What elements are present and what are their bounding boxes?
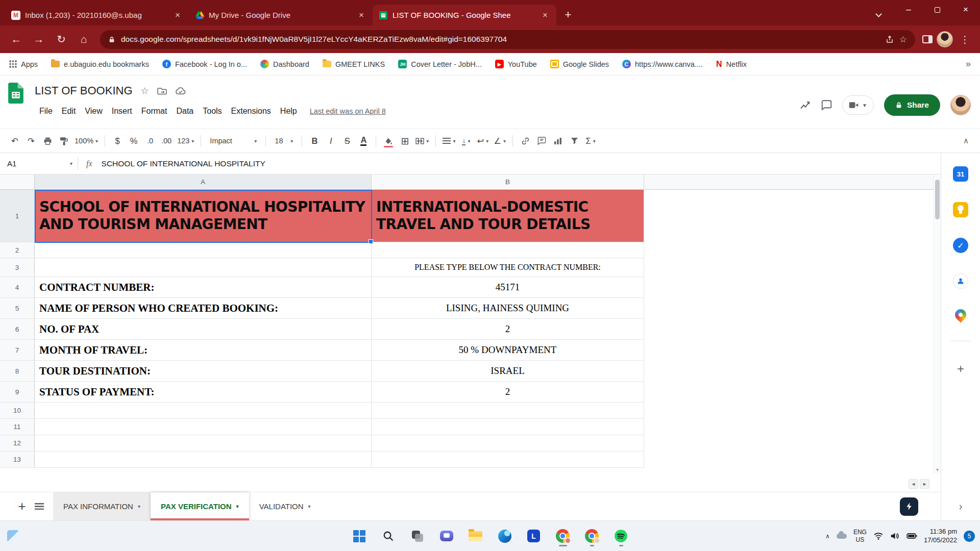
spotify-button[interactable] — [611, 525, 631, 547]
selection-fill-handle[interactable] — [369, 239, 373, 244]
print-button[interactable] — [40, 133, 55, 149]
volume-icon[interactable] — [890, 532, 900, 540]
cell-A4[interactable]: CONTRACT NUMBER: — [35, 277, 372, 298]
cell-B13[interactable] — [372, 452, 644, 468]
decrease-decimal-button[interactable]: .0 — [142, 133, 158, 149]
join-meet-button[interactable]: ▼ — [842, 95, 874, 115]
cell-B10[interactable] — [372, 403, 644, 419]
text-wrap-button[interactable]: ↩▾ — [475, 133, 491, 149]
formula-input[interactable]: SCHOOL OF INTERNATIONAL HOSPITALITY — [102, 159, 265, 168]
cell-A13[interactable] — [35, 452, 372, 468]
cell-B12[interactable] — [372, 435, 644, 452]
font-size-select[interactable]: 18▾ — [271, 133, 297, 149]
reload-button[interactable]: ↻ — [52, 30, 70, 48]
create-filter-button[interactable] — [567, 133, 582, 149]
cell-A12[interactable] — [35, 435, 372, 452]
fill-color-button[interactable] — [381, 133, 396, 149]
row-header-3[interactable]: 3 — [0, 258, 35, 277]
bookmark-youtube[interactable]: ▶YouTube — [495, 60, 537, 68]
row-header-13[interactable]: 13 — [0, 452, 35, 468]
tab-close-icon[interactable]: × — [173, 10, 183, 20]
number-format-button[interactable]: 123▾ — [175, 133, 196, 149]
last-edit-link[interactable]: Last edit was on April 8 — [310, 107, 386, 115]
browser-tab-drive[interactable]: My Drive - Google Drive × — [189, 5, 373, 26]
scroll-down-arrow[interactable]: ▾ — [934, 467, 941, 472]
cell-B3[interactable]: PLEASE TYPE BELOW THE CONTRACT NUMBER: — [372, 258, 644, 277]
row-header-5[interactable]: 5 — [0, 298, 35, 319]
taskbar-clock[interactable]: 11:36 pm 17/05/2022 — [924, 528, 957, 545]
document-activity-icon[interactable] — [800, 101, 811, 110]
back-button[interactable]: ← — [7, 30, 26, 48]
undo-button[interactable]: ↶ — [7, 133, 22, 149]
bold-button[interactable]: B — [307, 133, 322, 149]
cell-B7[interactable]: 50 % DOWNPAYMENT — [372, 340, 644, 361]
row-header-2[interactable]: 2 — [0, 242, 35, 258]
document-title[interactable]: LIST OF BOOKING — [35, 84, 133, 97]
cell-A3[interactable] — [35, 258, 372, 277]
cell-B11[interactable] — [372, 419, 644, 435]
cell-A11[interactable] — [35, 419, 372, 435]
all-sheets-menu-icon[interactable] — [35, 503, 44, 510]
insert-comment-button[interactable] — [534, 133, 549, 149]
home-button[interactable]: ⌂ — [75, 30, 93, 48]
chrome-button-profile-1[interactable] — [553, 525, 573, 547]
calendar-icon[interactable]: 31 — [953, 166, 968, 182]
keep-icon[interactable] — [953, 202, 968, 217]
menu-help[interactable]: Help — [276, 104, 302, 118]
paint-format-button[interactable] — [56, 133, 71, 149]
sheet-tab-pax-information[interactable]: PAX INFORMATION ▾ — [53, 492, 151, 520]
bookmark-netflix[interactable]: NNetflix — [716, 60, 747, 69]
cell-A7[interactable]: MONTH OF TRAVEL: — [35, 340, 372, 361]
zoom-select[interactable]: 100%▾ — [72, 133, 100, 149]
forward-button[interactable]: → — [30, 30, 48, 48]
row-header-6[interactable]: 6 — [0, 319, 35, 340]
row-header-10[interactable]: 10 — [0, 403, 35, 419]
new-tab-button[interactable]: + — [559, 6, 577, 23]
sheets-logo[interactable] — [8, 80, 35, 129]
weather-icon[interactable] — [837, 534, 847, 539]
address-bar[interactable]: docs.google.com/spreadsheets/d/1vk9i1fNj… — [100, 30, 915, 49]
sheet-tab-validation[interactable]: VALIDATION ▾ — [249, 492, 321, 520]
menu-insert[interactable]: Insert — [107, 104, 137, 118]
tasks-icon[interactable]: ✓ — [953, 238, 968, 253]
bookmark-gmeet-links-folder[interactable]: GMEET LINKS — [323, 60, 385, 68]
extension-overlay-button[interactable] — [900, 497, 918, 516]
bookmark-star-icon[interactable]: ☆ — [899, 34, 907, 45]
cell-B4[interactable]: 45171 — [372, 277, 644, 298]
chat-button[interactable] — [436, 525, 457, 547]
sheet-tab-pax-verification-active[interactable]: PAX VERIFICATION ▾ — [151, 492, 249, 520]
cell-B6[interactable]: 2 — [372, 319, 644, 340]
cell-A1[interactable]: SCHOOL OF INTERNATIONAL HOSPITALITY AND … — [35, 190, 372, 242]
bookmark-dashboard[interactable]: Dashboard — [260, 60, 309, 68]
column-header-b[interactable]: B — [372, 174, 644, 190]
bookmark-ubaguio-folder[interactable]: e.ubaguio.edu bookmarks — [51, 60, 149, 68]
chrome-button-profile-2[interactable] — [582, 525, 602, 547]
window-maximize-button[interactable] — [923, 0, 951, 19]
browser-menu-kebab-icon[interactable]: ⋮ — [957, 34, 973, 45]
search-button[interactable] — [378, 525, 399, 547]
share-button[interactable]: Share — [884, 94, 940, 116]
cell-B9[interactable]: 2 — [372, 382, 644, 403]
browser-profile-avatar[interactable] — [937, 31, 953, 47]
cell-A10[interactable] — [35, 403, 372, 419]
scroll-left-arrow[interactable]: ◂ — [909, 479, 918, 489]
language-indicator[interactable]: ENG US — [853, 529, 867, 543]
text-color-button[interactable]: A — [356, 133, 371, 149]
wifi-icon[interactable] — [873, 532, 884, 540]
get-addons-button[interactable]: + — [957, 362, 964, 376]
text-rotation-button[interactable]: ∠▾ — [492, 133, 508, 149]
cell-B1[interactable]: INTERNATIONAL-DOMESTIC TRAVEL AND TOUR D… — [372, 190, 644, 242]
row-header-12[interactable]: 12 — [0, 435, 35, 452]
scroll-right-arrow[interactable]: ▸ — [920, 479, 929, 489]
italic-button[interactable]: I — [323, 133, 338, 149]
cell-A5[interactable]: NAME OF PERSON WHO CREATED BOOKING: — [35, 298, 372, 319]
row-header-4[interactable]: 4 — [0, 277, 35, 298]
cell-B8[interactable]: ISRAEL — [372, 361, 644, 382]
menu-view[interactable]: View — [80, 104, 107, 118]
horizontal-scrollbar[interactable]: ◂ ▸ — [909, 479, 929, 489]
format-percent-button[interactable]: % — [126, 133, 141, 149]
window-close-button[interactable]: × — [951, 0, 980, 19]
share-page-icon[interactable] — [886, 35, 894, 43]
menu-data[interactable]: Data — [172, 104, 198, 118]
browser-tab-gmail[interactable]: M Inbox (1,203) - 20210160@s.ubag × — [5, 5, 189, 26]
